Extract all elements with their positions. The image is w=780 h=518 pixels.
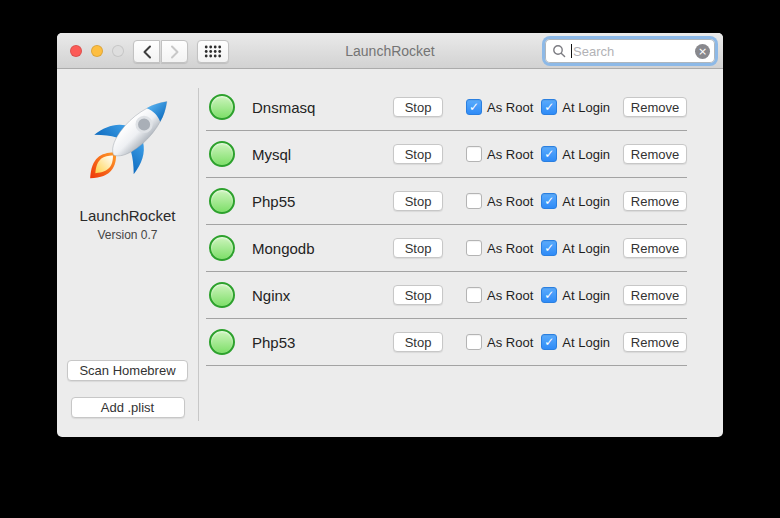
window-body: LaunchRocket Version 0.7 Scan Homebrew A…	[57, 70, 723, 437]
scan-homebrew-button[interactable]: Scan Homebrew	[67, 360, 188, 381]
chevron-right-icon	[170, 45, 180, 59]
stop-button[interactable]: Stop	[393, 144, 443, 164]
rocket-logo	[73, 78, 183, 203]
as-root-option[interactable]: As Root	[466, 334, 533, 350]
stop-button[interactable]: Stop	[393, 97, 443, 117]
traffic-lights	[70, 45, 124, 57]
at-login-label: At Login	[562, 288, 610, 303]
as-root-label: As Root	[487, 335, 533, 350]
app-version: Version 0.7	[97, 228, 157, 242]
status-running-icon	[209, 282, 235, 308]
search-field[interactable]: ×	[545, 39, 715, 63]
service-name: Mongodb	[252, 240, 393, 257]
as-root-label: As Root	[487, 288, 533, 303]
at-login-label: At Login	[562, 241, 610, 256]
stop-button[interactable]: Stop	[393, 238, 443, 258]
as-root-checkbox[interactable]	[466, 287, 482, 303]
as-root-checkbox[interactable]	[466, 193, 482, 209]
as-root-label: As Root	[487, 194, 533, 209]
as-root-label: As Root	[487, 241, 533, 256]
nav-buttons	[133, 40, 188, 63]
at-login-label: At Login	[562, 100, 610, 115]
app-name: LaunchRocket	[80, 207, 176, 224]
as-root-option[interactable]: As Root	[466, 240, 533, 256]
service-name: Php55	[252, 193, 393, 210]
status-running-icon	[209, 235, 235, 261]
service-row: Mongodb Stop As Root At Login Remove	[206, 225, 687, 272]
launchrocket-window: LaunchRocket ×	[57, 33, 723, 437]
stop-button[interactable]: Stop	[393, 332, 443, 352]
as-root-option[interactable]: As Root	[466, 99, 533, 115]
stop-button[interactable]: Stop	[393, 285, 443, 305]
sidebar: LaunchRocket Version 0.7 Scan Homebrew A…	[57, 70, 198, 437]
grid-icon	[204, 45, 222, 58]
service-name: Php53	[252, 334, 393, 351]
at-login-option[interactable]: At Login	[541, 99, 610, 115]
as-root-option[interactable]: As Root	[466, 287, 533, 303]
at-login-checkbox[interactable]	[541, 287, 557, 303]
status-running-icon	[209, 329, 235, 355]
clear-search-icon[interactable]: ×	[695, 44, 710, 59]
at-login-label: At Login	[562, 147, 610, 162]
service-name: Nginx	[252, 287, 393, 304]
close-button[interactable]	[70, 45, 82, 57]
at-login-option[interactable]: At Login	[541, 240, 610, 256]
service-name: Mysql	[252, 146, 393, 163]
service-row: Php55 Stop As Root At Login Remove	[206, 178, 687, 225]
at-login-option[interactable]: At Login	[541, 146, 610, 162]
remove-button[interactable]: Remove	[623, 144, 687, 164]
as-root-checkbox[interactable]	[466, 99, 482, 115]
remove-button[interactable]: Remove	[623, 285, 687, 305]
search-icon	[552, 44, 566, 58]
service-row: Mysql Stop As Root At Login Remove	[206, 131, 687, 178]
service-row: Dnsmasq Stop As Root At Login Remove	[206, 84, 687, 131]
at-login-option[interactable]: At Login	[541, 287, 610, 303]
service-row: Nginx Stop As Root At Login Remove	[206, 272, 687, 319]
status-running-icon	[209, 94, 235, 120]
remove-button[interactable]: Remove	[623, 238, 687, 258]
search-input[interactable]	[573, 44, 695, 59]
as-root-label: As Root	[487, 100, 533, 115]
as-root-label: As Root	[487, 147, 533, 162]
remove-button[interactable]: Remove	[623, 97, 687, 117]
service-list: Dnsmasq Stop As Root At Login Remove Mys…	[199, 70, 723, 437]
as-root-checkbox[interactable]	[466, 146, 482, 162]
service-row: Php53 Stop As Root At Login Remove	[206, 319, 687, 366]
status-running-icon	[209, 188, 235, 214]
remove-button[interactable]: Remove	[623, 191, 687, 211]
at-login-option[interactable]: At Login	[541, 334, 610, 350]
as-root-checkbox[interactable]	[466, 240, 482, 256]
at-login-label: At Login	[562, 335, 610, 350]
at-login-option[interactable]: At Login	[541, 193, 610, 209]
zoom-button[interactable]	[112, 45, 124, 57]
as-root-option[interactable]: As Root	[466, 193, 533, 209]
at-login-label: At Login	[562, 194, 610, 209]
text-caret	[571, 44, 572, 58]
titlebar: LaunchRocket ×	[57, 33, 723, 69]
at-login-checkbox[interactable]	[541, 334, 557, 350]
remove-button[interactable]: Remove	[623, 332, 687, 352]
as-root-option[interactable]: As Root	[466, 146, 533, 162]
add-plist-button[interactable]: Add .plist	[71, 397, 185, 418]
service-name: Dnsmasq	[252, 99, 393, 116]
forward-button[interactable]	[161, 40, 188, 63]
at-login-checkbox[interactable]	[541, 240, 557, 256]
back-button[interactable]	[133, 40, 160, 63]
as-root-checkbox[interactable]	[466, 334, 482, 350]
stop-button[interactable]: Stop	[393, 191, 443, 211]
at-login-checkbox[interactable]	[541, 99, 557, 115]
status-running-icon	[209, 141, 235, 167]
show-all-button[interactable]	[197, 40, 229, 63]
at-login-checkbox[interactable]	[541, 193, 557, 209]
minimize-button[interactable]	[91, 45, 103, 57]
at-login-checkbox[interactable]	[541, 146, 557, 162]
chevron-left-icon	[142, 45, 152, 59]
